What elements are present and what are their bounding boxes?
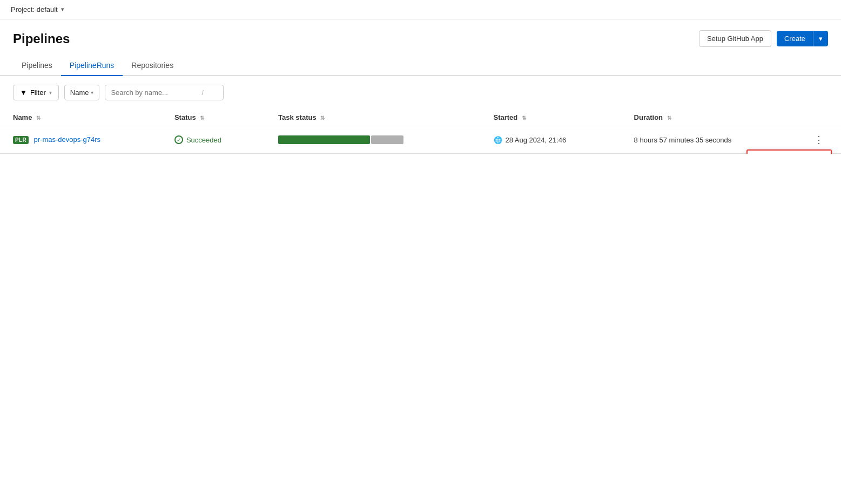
search-input[interactable]	[111, 88, 197, 97]
search-input-wrapper: /	[105, 85, 224, 100]
project-selector[interactable]: Project: default ▾	[11, 5, 64, 13]
status-success-icon: ✓	[174, 135, 183, 144]
task-bar	[278, 135, 467, 144]
sort-icon-task-status: ⇅	[320, 115, 325, 121]
header-actions: Setup GitHub App Create ▾	[699, 30, 828, 47]
started-value: 28 Aug 2024, 21:46	[506, 136, 567, 144]
filter-icon: ▼	[20, 88, 27, 97]
task-status-cell	[265, 126, 480, 154]
name-dropdown[interactable]: Name ▾	[64, 85, 100, 100]
page-header: Pipelines Setup GitHub App Create ▾	[0, 19, 841, 56]
pipeline-runs-table: Name ⇅ Status ⇅ Task status ⇅ Started ⇅ …	[0, 109, 841, 154]
col-header-name[interactable]: Name ⇅	[0, 109, 162, 126]
plr-badge: PLR	[13, 136, 29, 144]
name-chevron-icon: ▾	[91, 90, 93, 96]
sort-icon-name: ⇅	[36, 115, 41, 121]
globe-icon: 🌐	[494, 136, 502, 144]
rerun-menu-item[interactable]: Rerun	[746, 149, 832, 154]
sort-icon-started: ⇅	[522, 115, 526, 121]
tab-pipelines[interactable]: Pipelines	[13, 56, 61, 76]
status-cell: ✓ Succeeded	[162, 126, 265, 154]
project-label: Project: default	[11, 5, 58, 13]
filter-button[interactable]: ▼ Filter ▾	[13, 85, 59, 100]
filter-chevron-icon: ▾	[49, 90, 52, 96]
sort-icon-status: ⇅	[200, 115, 204, 121]
setup-github-app-button[interactable]: Setup GitHub App	[699, 30, 771, 47]
top-bar: Project: default ▾	[0, 0, 841, 19]
toolbar: ▼ Filter ▾ Name ▾ /	[0, 76, 841, 109]
col-header-status[interactable]: Status ⇅	[162, 109, 265, 126]
create-button-group: Create ▾	[777, 31, 828, 46]
col-header-started[interactable]: Started ⇅	[481, 109, 621, 126]
col-header-task-status[interactable]: Task status ⇅	[265, 109, 480, 126]
task-bar-gray	[371, 135, 403, 144]
tabs: Pipelines PipelineRuns Repositories	[0, 56, 841, 76]
sort-icon-duration: ⇅	[667, 115, 671, 121]
status-label: Succeeded	[186, 136, 221, 144]
context-menu: Rerun Delete PipelineRun	[746, 149, 832, 154]
tab-repositories[interactable]: Repositories	[123, 56, 182, 76]
started-cell: 🌐 28 Aug 2024, 21:46	[481, 126, 621, 154]
create-dropdown-button[interactable]: ▾	[813, 31, 828, 46]
name-label: Name	[70, 88, 89, 97]
task-bar-green	[278, 135, 370, 144]
duration-value: 8 hours 57 minutes 35 seconds	[634, 136, 732, 144]
kebab-menu-button[interactable]: ⋮	[810, 133, 828, 147]
search-slash: /	[201, 89, 203, 97]
col-header-duration[interactable]: Duration ⇅	[621, 109, 797, 126]
action-cell: ⋮ Rerun Delete PipelineRun	[797, 126, 841, 154]
name-cell: PLR pr-mas-devops-g74rs	[0, 126, 162, 154]
chevron-down-icon: ▾	[61, 6, 64, 13]
create-button[interactable]: Create	[777, 31, 813, 46]
page-title: Pipelines	[13, 31, 70, 46]
filter-label: Filter	[30, 88, 46, 97]
table-row: PLR pr-mas-devops-g74rs ✓ Succeeded 🌐 28…	[0, 126, 841, 154]
pipeline-run-link[interactable]: pr-mas-devops-g74rs	[34, 135, 101, 144]
tab-pipelineruns[interactable]: PipelineRuns	[61, 56, 123, 76]
